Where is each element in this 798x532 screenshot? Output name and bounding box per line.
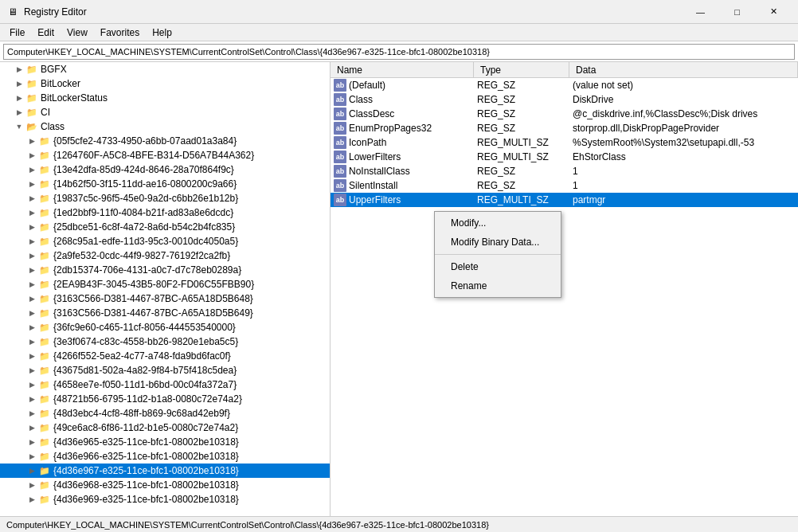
tree-item[interactable]: {1ed2bbf9-11f0-4084-b21f-ad83a8e6dcdc} (0, 205, 330, 220)
folder-icon (38, 292, 51, 305)
table-row[interactable]: abSilentInstallREG_SZ1 (331, 178, 798, 193)
tree-item[interactable]: {4d36e966-e325-11ce-bfc1-08002be10318} (0, 449, 330, 464)
maximize-button[interactable]: □ (719, 0, 755, 24)
tree-expand-icon[interactable] (25, 278, 38, 291)
tree-expand-icon[interactable] (25, 350, 38, 362)
tree-item[interactable]: BitLockerStatus (0, 91, 330, 105)
reg-type-icon: ab (334, 165, 346, 178)
tree-item[interactable]: {3163C566-D381-4467-87BC-A65A18D5B648} (0, 291, 330, 306)
tree-expand-icon[interactable] (25, 178, 38, 190)
table-row[interactable]: abLowerFiltersREG_MULTI_SZEhStorClass (331, 150, 798, 164)
folder-icon (38, 407, 51, 420)
tree-expand-icon[interactable] (25, 450, 38, 463)
menu-favorites[interactable]: Favorites (94, 25, 146, 40)
tree-expand-icon[interactable] (25, 407, 38, 420)
tree-item[interactable]: BGFX (0, 62, 330, 76)
tree-item[interactable]: {4d36e965-e325-11ce-bfc1-08002be10318} (0, 435, 330, 449)
tree-expand-icon[interactable] (25, 292, 38, 305)
cell-data: @c_diskdrive.inf,%ClassDesc%;Disk drives (569, 108, 798, 119)
menu-view[interactable]: View (61, 25, 94, 40)
tree-expand-icon[interactable] (25, 493, 38, 506)
cell-name: abNoInstallClass (331, 165, 474, 178)
tree-item[interactable]: {48721b56-6795-11d2-b1a8-0080c72e74a2} (0, 392, 330, 406)
cell-name: abIconPath (331, 136, 474, 149)
folder-icon (38, 163, 51, 176)
table-row[interactable]: abUpperFiltersREG_MULTI_SZpartmgr (331, 193, 798, 207)
context-menu-item[interactable]: Modify... (435, 213, 561, 233)
table-body[interactable]: ab(Default)REG_SZ(value not set)abClassR… (331, 78, 798, 516)
tree-expand-icon[interactable] (25, 393, 38, 405)
tree-item[interactable]: {268c95a1-edfe-11d3-95c3-0010dc4050a5} (0, 234, 330, 248)
context-menu-item[interactable]: Rename (435, 276, 561, 295)
tree-item-label: {4d36e966-e325-11ce-bfc1-08002be10318} (53, 451, 239, 462)
tree-item[interactable]: {13e42dfa-85d9-424d-8646-28a70f864f9c} (0, 162, 330, 177)
tree-item[interactable]: {19837c5c-96f5-45e0-9a2d-c6bb26e1b12b} (0, 191, 330, 205)
tree-item[interactable]: {1264760F-A5C8-4BFE-B314-D56A7B44A362} (0, 148, 330, 162)
tree-item-label: {49ce6ac8-6f86-11d2-b1e5-0080c72e74a2} (53, 422, 238, 433)
tree-expand-icon[interactable] (13, 106, 25, 119)
tree-item[interactable]: BitLocker (0, 76, 330, 91)
table-row[interactable]: abNoInstallClassREG_SZ1 (331, 164, 798, 178)
tree-panel: BGFXBitLockerBitLockerStatusCIClass{05f5… (0, 62, 331, 516)
tree-expand-icon[interactable] (25, 436, 38, 448)
tree-item[interactable]: Class (0, 119, 330, 134)
context-menu-item[interactable]: Modify Binary Data... (435, 233, 561, 252)
menu-file[interactable]: File (3, 25, 31, 40)
tree-scroll[interactable]: BGFXBitLockerBitLockerStatusCIClass{05f5… (0, 62, 330, 516)
menu-help[interactable]: Help (146, 25, 178, 40)
tree-item[interactable]: {4d36e967-e325-11ce-bfc1-08002be10318} (0, 464, 330, 478)
tree-item[interactable]: {4266f552-5ea2-4c77-a748-fda9bd6fac0f} (0, 349, 330, 363)
tree-item[interactable]: {4658ee7e-f050-11d1-b6bd-00c04fa372a7} (0, 377, 330, 392)
tree-item[interactable]: {43675d81-502a-4a82-9f84-b75f418c5dea} (0, 363, 330, 377)
tree-item[interactable]: {36fc9e60-c465-11cf-8056-444553540000} (0, 320, 330, 334)
tree-expand-icon[interactable] (25, 364, 38, 377)
tree-item[interactable]: {2EA9B43F-3045-43B5-80F2-FD06C55FBB90} (0, 277, 330, 291)
cell-name-text: LowerFilters (349, 151, 401, 162)
tree-expand-icon[interactable] (25, 264, 38, 276)
table-row[interactable]: abClassREG_SZDiskDrive (331, 92, 798, 107)
tree-expand-icon[interactable] (25, 192, 38, 205)
tree-item[interactable]: {49ce6ac8-6f86-11d2-b1e5-0080c72e74a2} (0, 421, 330, 435)
tree-item[interactable]: {2db15374-706e-4131-a0c7-d7c78eb0289a} (0, 263, 330, 277)
context-menu-item[interactable]: Delete (435, 257, 561, 276)
tree-item[interactable]: {14b62f50-3f15-11dd-ae16-0800200c9a66} (0, 177, 330, 191)
tree-item[interactable]: CI (0, 105, 330, 119)
tree-expand-icon[interactable] (13, 77, 25, 90)
tree-expand-icon[interactable] (25, 135, 38, 147)
tree-expand-icon[interactable] (13, 63, 25, 76)
table-row[interactable]: abClassDescREG_SZ@c_diskdrive.inf,%Class… (331, 107, 798, 121)
tree-expand-icon[interactable] (25, 335, 38, 348)
tree-item[interactable]: {2a9fe532-0cdc-44f9-9827-76192f2ca2fb} (0, 248, 330, 263)
cell-type: REG_SZ (474, 80, 569, 91)
tree-expand-icon[interactable] (25, 163, 38, 176)
tree-item[interactable]: {25dbce51-6c8f-4a72-8a6d-b54c2b4fc835} (0, 220, 330, 234)
tree-item[interactable]: {4d36e969-e325-11ce-bfc1-08002be10318} (0, 492, 330, 507)
tree-item[interactable]: {3e3f0674-c83c-4558-bb26-9820e1eba5c5} (0, 334, 330, 349)
reg-type-icon: ab (334, 194, 346, 206)
tree-expand-icon[interactable] (25, 235, 38, 248)
tree-expand-icon[interactable] (25, 149, 38, 162)
tree-expand-icon[interactable] (25, 249, 38, 262)
tree-item[interactable]: {48d3ebc4-4cf8-48ff-b869-9c68ad42eb9f} (0, 406, 330, 421)
tree-expand-icon[interactable] (25, 479, 38, 491)
tree-expand-icon[interactable] (25, 206, 38, 219)
tree-expand-icon[interactable] (13, 92, 25, 104)
table-row[interactable]: abIconPathREG_MULTI_SZ%SystemRoot%\Syste… (331, 135, 798, 150)
table-row[interactable]: abEnumPropPages32REG_SZstorprop.dll,Disk… (331, 121, 798, 135)
tree-expand-icon[interactable] (13, 120, 25, 133)
tree-item[interactable]: {4d36e968-e325-11ce-bfc1-08002be10318} (0, 478, 330, 492)
tree-item[interactable]: {3163C566-D381-4467-87BC-A65A18D5B649} (0, 306, 330, 320)
tree-expand-icon[interactable] (25, 221, 38, 233)
address-input[interactable] (3, 44, 795, 60)
menu-edit[interactable]: Edit (31, 25, 61, 40)
tree-expand-icon[interactable] (25, 421, 38, 434)
table-row[interactable]: ab(Default)REG_SZ(value not set) (331, 78, 798, 92)
tree-expand-icon[interactable] (25, 321, 38, 334)
tree-expand-icon[interactable] (25, 307, 38, 319)
tree-item[interactable]: {05f5cfe2-4733-4950-a6bb-07aad01a3a84} (0, 134, 330, 148)
tree-expand-icon[interactable] (25, 378, 38, 391)
tree-expand-icon[interactable] (25, 464, 38, 477)
folder-icon (38, 350, 51, 362)
minimize-button[interactable]: — (683, 0, 718, 24)
close-button[interactable]: ✕ (756, 0, 792, 24)
